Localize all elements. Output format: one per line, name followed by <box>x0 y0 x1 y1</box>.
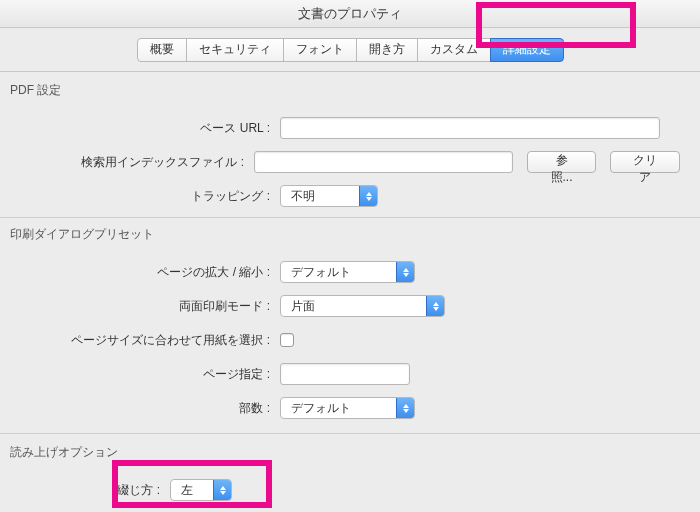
chevron-updown-icon <box>213 480 231 500</box>
tabs-segmented-control: 概要 セキュリティ フォント 開き方 カスタム 詳細設定 <box>137 38 564 62</box>
tab-custom[interactable]: カスタム <box>417 38 491 62</box>
select-value: デフォルト <box>281 264 396 281</box>
tab-fonts[interactable]: フォント <box>283 38 357 62</box>
base-url-field[interactable] <box>280 117 660 139</box>
copies-select[interactable]: デフォルト <box>280 397 415 419</box>
tab-label: 開き方 <box>369 41 405 58</box>
trapping-label: トラッピング : <box>20 188 280 205</box>
tab-initial-view[interactable]: 開き方 <box>356 38 418 62</box>
tab-label: フォント <box>296 41 344 58</box>
document-properties-window: 文書のプロパティ 概要 セキュリティ フォント 開き方 カスタム 詳細設定 PD… <box>0 0 700 512</box>
binding-label: 綴じ方 : <box>20 482 170 499</box>
chevron-updown-icon <box>396 262 414 282</box>
tab-label: セキュリティ <box>199 41 271 58</box>
tab-label: 詳細設定 <box>503 41 551 58</box>
print-preset-section: 印刷ダイアログプリセット ページの拡大 / 縮小 : デフォルト 両面印刷モード… <box>0 217 700 434</box>
binding-select[interactable]: 左 <box>170 479 232 501</box>
page-scaling-select[interactable]: デフォルト <box>280 261 415 283</box>
index-file-label: 検索用インデックスファイル : <box>20 154 254 171</box>
duplex-label: 両面印刷モード : <box>20 298 280 315</box>
select-value: 左 <box>171 482 213 499</box>
chevron-updown-icon <box>426 296 444 316</box>
copies-label: 部数 : <box>20 400 280 417</box>
tab-advanced[interactable]: 詳細設定 <box>490 38 564 62</box>
duplex-select[interactable]: 片面 <box>280 295 445 317</box>
select-value: デフォルト <box>281 400 396 417</box>
chevron-updown-icon <box>396 398 414 418</box>
clear-button[interactable]: クリア <box>610 151 680 173</box>
paper-by-page-checkbox[interactable] <box>280 333 294 347</box>
page-range-field[interactable] <box>280 363 410 385</box>
print-preset-form: ページの拡大 / 縮小 : デフォルト 両面印刷モード : 片面 <box>0 249 700 425</box>
tab-security[interactable]: セキュリティ <box>186 38 284 62</box>
window-title: 文書のプロパティ <box>0 0 700 28</box>
page-range-label: ページ指定 : <box>20 366 280 383</box>
section-title-print-preset: 印刷ダイアログプリセット <box>0 218 700 249</box>
browse-button[interactable]: 参照... <box>527 151 595 173</box>
chevron-updown-icon <box>359 186 377 206</box>
pdf-settings-form: ベース URL : 検索用インデックスファイル : 参照... クリア トラッピ… <box>0 105 700 213</box>
section-title-pdf-settings: PDF 設定 <box>0 72 700 105</box>
paper-by-page-label: ページサイズに合わせて用紙を選択 : <box>20 332 280 349</box>
tab-label: 概要 <box>150 41 174 58</box>
select-value: 片面 <box>281 298 426 315</box>
section-title-reading: 読み上げオプション <box>0 434 700 467</box>
tab-summary[interactable]: 概要 <box>137 38 187 62</box>
page-scaling-label: ページの拡大 / 縮小 : <box>20 264 280 281</box>
tabs-bar: 概要 セキュリティ フォント 開き方 カスタム 詳細設定 <box>0 28 700 72</box>
base-url-label: ベース URL : <box>20 120 280 137</box>
reading-options-form: 綴じ方 : 左 <box>0 467 700 507</box>
tab-label: カスタム <box>430 41 478 58</box>
index-file-field[interactable] <box>254 151 513 173</box>
select-value: 不明 <box>281 188 359 205</box>
trapping-select[interactable]: 不明 <box>280 185 378 207</box>
